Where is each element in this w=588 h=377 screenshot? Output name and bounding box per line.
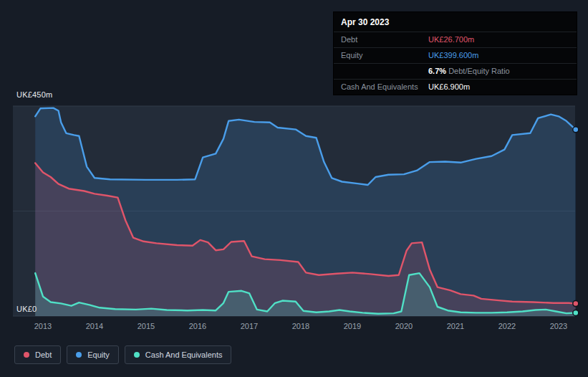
x-tick-label: 2018 bbox=[286, 322, 315, 330]
legend-item-cash[interactable]: Cash And Equivalents bbox=[125, 345, 232, 364]
marker-debt[interactable] bbox=[573, 301, 579, 307]
x-axis: 2013201420152016201720182019202020212022… bbox=[0, 322, 588, 333]
tooltip-row-ratio: 6.7% Debt/Equity Ratio bbox=[334, 63, 577, 79]
x-tick-label: 2016 bbox=[183, 322, 212, 330]
y-axis-zero-label: UK£0 bbox=[16, 305, 37, 313]
legend-item-equity[interactable]: Equity bbox=[67, 345, 119, 364]
debt-equity-history-chart: UK£450m UK£0 201320142015201620172018201… bbox=[0, 0, 588, 377]
x-tick-label: 2013 bbox=[29, 322, 57, 330]
tooltip-equity-label: Equity bbox=[341, 51, 428, 60]
tooltip-equity-value: UK£399.600m bbox=[428, 51, 569, 60]
tooltip-ratio-percent: 6.7% bbox=[428, 67, 446, 75]
chart-tooltip: Apr 30 2023 Debt UK£26.700m Equity UK£39… bbox=[334, 12, 577, 95]
tooltip-ratio-value: 6.7% Debt/Equity Ratio bbox=[428, 67, 569, 76]
y-axis-max-label: UK£450m bbox=[16, 90, 52, 99]
tooltip-row-equity: Equity UK£399.600m bbox=[334, 47, 577, 63]
x-tick-label: 2022 bbox=[493, 322, 521, 330]
legend-item-debt[interactable]: Debt bbox=[14, 345, 61, 364]
tooltip-row-cash: Cash And Equivalents UK£6.900m bbox=[334, 79, 577, 95]
x-tick-label: 2019 bbox=[338, 322, 367, 330]
marker-cash-and-equivalents[interactable] bbox=[573, 310, 579, 316]
tooltip-cash-label: Cash And Equivalents bbox=[341, 82, 428, 92]
tooltip-date: Apr 30 2023 bbox=[334, 12, 577, 32]
legend-cash-label: Cash And Equivalents bbox=[145, 350, 223, 359]
equity-dot-icon bbox=[76, 352, 82, 358]
x-tick-label: 2014 bbox=[80, 322, 109, 330]
x-tick-label: 2017 bbox=[235, 322, 264, 330]
x-tick-label: 2015 bbox=[132, 322, 160, 330]
cash-dot-icon bbox=[134, 352, 140, 358]
x-tick-label: 2023 bbox=[544, 322, 573, 330]
tooltip-debt-value: UK£26.700m bbox=[428, 35, 569, 44]
debt-dot-icon bbox=[24, 352, 29, 358]
chart-legend: Debt Equity Cash And Equivalents bbox=[14, 345, 231, 364]
tooltip-ratio-text: Debt/Equity Ratio bbox=[448, 67, 510, 75]
tooltip-cash-value: UK£6.900m bbox=[428, 82, 569, 92]
marker-equity[interactable] bbox=[573, 127, 579, 133]
legend-equity-label: Equity bbox=[87, 350, 110, 359]
tooltip-row-debt: Debt UK£26.700m bbox=[334, 32, 577, 47]
x-tick-label: 2020 bbox=[390, 322, 418, 330]
x-tick-label: 2021 bbox=[441, 322, 470, 330]
legend-debt-label: Debt bbox=[35, 350, 52, 359]
tooltip-debt-label: Debt bbox=[341, 35, 428, 44]
